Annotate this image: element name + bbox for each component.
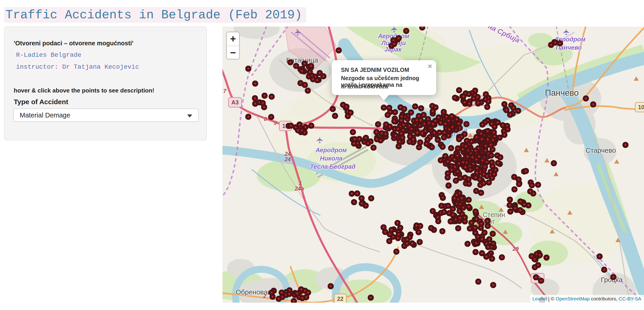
accident-marker[interactable] bbox=[466, 91, 472, 97]
accident-marker[interactable] bbox=[438, 157, 444, 163]
accident-marker[interactable] bbox=[527, 188, 533, 195]
accident-marker[interactable] bbox=[521, 201, 527, 208]
accident-marker[interactable] bbox=[499, 254, 505, 260]
accident-marker[interactable] bbox=[439, 228, 445, 234]
accident-marker[interactable] bbox=[288, 123, 294, 129]
accident-marker[interactable] bbox=[416, 144, 422, 150]
accident-marker[interactable] bbox=[268, 94, 275, 100]
accident-marker[interactable] bbox=[622, 142, 629, 148]
accident-marker[interactable] bbox=[351, 199, 357, 205]
accident-marker[interactable] bbox=[395, 235, 401, 241]
accident-marker[interactable] bbox=[382, 131, 388, 137]
accident-marker[interactable] bbox=[497, 154, 503, 160]
accident-marker[interactable] bbox=[491, 129, 497, 135]
accident-marker[interactable] bbox=[418, 117, 424, 123]
accident-marker[interactable] bbox=[472, 208, 478, 214]
accident-marker[interactable] bbox=[381, 105, 387, 111]
accident-marker[interactable] bbox=[408, 126, 414, 132]
accident-marker[interactable] bbox=[480, 171, 487, 177]
accident-marker[interactable] bbox=[314, 77, 320, 83]
accident-marker[interactable] bbox=[363, 135, 369, 141]
accident-marker[interactable] bbox=[551, 160, 557, 166]
accident-marker[interactable] bbox=[414, 130, 420, 136]
accident-marker[interactable] bbox=[454, 152, 461, 159]
accident-marker[interactable] bbox=[511, 186, 518, 192]
accident-marker[interactable] bbox=[308, 63, 314, 69]
accident-marker[interactable] bbox=[490, 163, 496, 169]
accident-marker[interactable] bbox=[294, 290, 300, 297]
accident-marker[interactable] bbox=[489, 121, 495, 127]
accident-marker[interactable] bbox=[512, 205, 518, 212]
accident-marker[interactable] bbox=[472, 148, 478, 154]
accident-marker[interactable] bbox=[482, 163, 488, 170]
accident-marker[interactable] bbox=[441, 134, 447, 141]
leaflet-map[interactable]: БатајницаОбреновацПанчевоСтарчевоГроцкаД… bbox=[222, 27, 644, 303]
osm-link[interactable]: OpenStreetMap bbox=[556, 296, 590, 301]
accident-marker[interactable] bbox=[348, 109, 354, 116]
accident-marker[interactable] bbox=[394, 249, 400, 255]
accident-marker[interactable] bbox=[305, 290, 311, 296]
accident-marker[interactable] bbox=[511, 174, 517, 180]
accident-marker[interactable] bbox=[457, 215, 463, 221]
accident-marker[interactable] bbox=[466, 204, 472, 210]
accident-marker[interactable] bbox=[445, 158, 451, 165]
accident-marker[interactable] bbox=[466, 181, 472, 187]
accident-marker[interactable] bbox=[252, 81, 258, 87]
accident-marker[interactable] bbox=[448, 145, 454, 151]
accident-marker[interactable] bbox=[597, 253, 603, 260]
accident-marker[interactable] bbox=[291, 298, 297, 303]
accident-marker[interactable] bbox=[375, 121, 381, 127]
accident-marker[interactable] bbox=[460, 93, 466, 99]
accident-marker[interactable] bbox=[252, 101, 258, 107]
accident-marker[interactable] bbox=[467, 166, 474, 173]
accident-marker[interactable] bbox=[398, 117, 404, 124]
accident-marker[interactable] bbox=[470, 154, 476, 160]
accident-marker[interactable] bbox=[452, 195, 458, 201]
accident-marker[interactable] bbox=[391, 41, 397, 47]
accident-marker[interactable] bbox=[463, 121, 470, 127]
accident-marker[interactable] bbox=[583, 96, 589, 102]
accident-marker[interactable] bbox=[501, 101, 507, 107]
accident-marker[interactable] bbox=[552, 40, 558, 46]
accident-marker[interactable] bbox=[485, 223, 491, 229]
accident-marker[interactable] bbox=[436, 130, 442, 136]
accident-marker[interactable] bbox=[293, 63, 299, 69]
accident-marker[interactable] bbox=[532, 264, 538, 270]
accident-marker[interactable] bbox=[261, 93, 268, 99]
accident-marker[interactable] bbox=[440, 195, 446, 201]
accident-marker[interactable] bbox=[344, 104, 350, 110]
accident-marker[interactable] bbox=[474, 134, 480, 140]
accident-marker[interactable] bbox=[515, 108, 521, 114]
accident-marker[interactable] bbox=[456, 87, 462, 93]
accident-marker[interactable] bbox=[410, 136, 416, 143]
accident-marker[interactable] bbox=[464, 241, 471, 247]
accident-marker[interactable] bbox=[489, 256, 495, 262]
accident-marker[interactable] bbox=[501, 132, 507, 138]
accident-marker[interactable] bbox=[286, 291, 292, 297]
accident-marker[interactable] bbox=[590, 101, 596, 108]
accident-marker[interactable] bbox=[408, 109, 414, 116]
accident-marker[interactable] bbox=[472, 225, 478, 231]
accident-marker[interactable] bbox=[537, 252, 543, 258]
accident-marker[interactable] bbox=[485, 244, 491, 250]
accident-marker[interactable] bbox=[403, 28, 410, 34]
accident-marker[interactable] bbox=[386, 105, 392, 111]
accident-marker[interactable] bbox=[452, 164, 458, 170]
accident-type-select[interactable]: Material Demage bbox=[13, 109, 199, 122]
rladies-link[interactable]: R-Ladies Belgrade bbox=[14, 51, 83, 59]
accident-marker[interactable] bbox=[350, 129, 356, 135]
accident-marker[interactable] bbox=[529, 182, 535, 188]
accident-marker[interactable] bbox=[295, 127, 301, 133]
accident-marker[interactable] bbox=[490, 282, 496, 288]
close-icon[interactable]: × bbox=[428, 62, 432, 71]
accident-marker[interactable] bbox=[419, 27, 426, 31]
accident-marker[interactable] bbox=[449, 124, 456, 130]
accident-marker[interactable] bbox=[434, 214, 441, 220]
accident-marker[interactable] bbox=[430, 108, 436, 115]
accident-marker[interactable] bbox=[484, 128, 490, 134]
accident-marker[interactable] bbox=[473, 240, 480, 246]
accident-marker[interactable] bbox=[474, 170, 480, 176]
accident-marker[interactable] bbox=[459, 195, 465, 201]
accident-marker[interactable] bbox=[245, 114, 252, 120]
accident-marker[interactable] bbox=[504, 126, 510, 133]
